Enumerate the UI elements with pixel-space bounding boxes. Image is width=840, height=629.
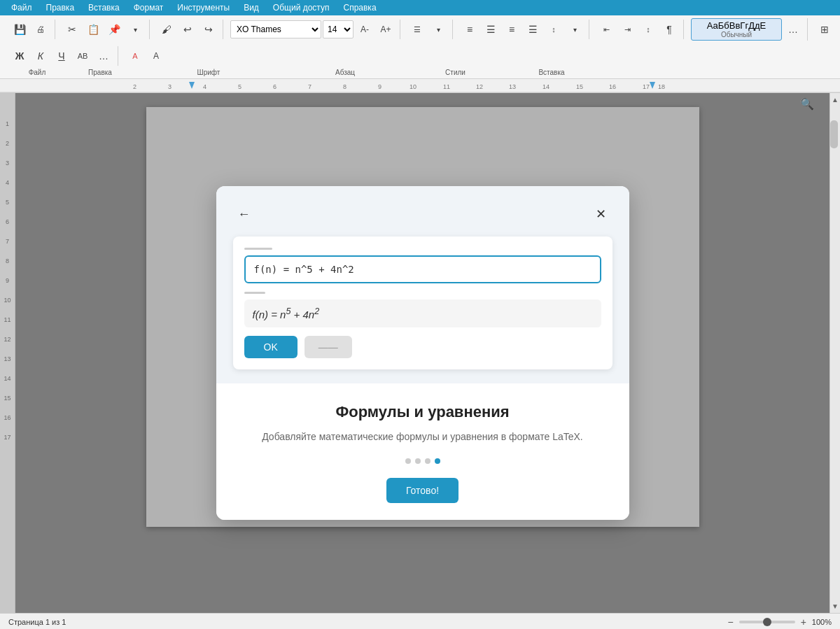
zoom-plus-button[interactable]: +	[801, 616, 806, 628]
page-info: Страница 1 из 1	[8, 618, 66, 626]
font-size-decrease[interactable]: A-	[355, 20, 374, 39]
svg-text:14: 14	[542, 83, 550, 90]
line-spacing-dropdown[interactable]: ▾	[565, 20, 584, 39]
modal-back-button[interactable]: ←	[233, 203, 255, 225]
formula-preview: f(n) = n5 + 4n2	[244, 299, 601, 327]
menu-file[interactable]: Файл	[6, 1, 38, 14]
dot-2	[415, 458, 421, 464]
svg-text:17: 17	[643, 83, 650, 90]
insert-table-button[interactable]: ⊞	[815, 20, 834, 39]
style-sub: Обычный	[699, 31, 774, 38]
align-center-button[interactable]: ☰	[481, 20, 500, 39]
font-color-button[interactable]: A	[125, 46, 145, 66]
print-button[interactable]: 🖨	[31, 20, 50, 39]
indent-decrease-button[interactable]: ⇤	[596, 20, 616, 39]
svg-text:7: 7	[308, 83, 312, 90]
insert-toolbar-group: ⊞ ▾ 🖼 🔗 …	[811, 20, 840, 39]
svg-text:16: 16	[609, 83, 616, 90]
zoom-slider[interactable]	[739, 621, 795, 623]
svg-text:8: 8	[343, 83, 346, 90]
align-left-button[interactable]: ≡	[460, 20, 479, 39]
modal-description: Добавляйте математические формулы и урав…	[244, 430, 601, 444]
line-numbers: 1 2 3 4 5 6 7 8 9 10 11 12 13 14 15 16 1…	[0, 93, 15, 613]
modal-close-button[interactable]: ✕	[590, 203, 612, 225]
line-num-6: 6	[6, 212, 9, 232]
line-num-16: 16	[4, 408, 10, 427]
bullet-list-button[interactable]: ☰	[407, 20, 427, 39]
line-num-3: 3	[6, 153, 9, 173]
insert-table-dropdown[interactable]: ▾	[836, 20, 840, 39]
toolbar-row1: 💾 🖨 ✂ 📋 📌 ▾ 🖌 ↩ ↪ XO Thames 14 A- A+	[0, 15, 840, 43]
section-label-edit: Правка	[69, 69, 132, 76]
indent-increase-button[interactable]: ⇥	[617, 20, 637, 39]
vertical-scrollbar[interactable]: ▲ ▼	[830, 93, 840, 613]
more-styles-button[interactable]: …	[783, 20, 803, 39]
undo-button[interactable]: ↩	[178, 20, 197, 39]
format-painter-button[interactable]: 🖌	[157, 20, 176, 39]
menu-help[interactable]: Справка	[337, 1, 382, 14]
svg-text:9: 9	[378, 83, 382, 90]
scroll-up-button[interactable]: ▲	[832, 93, 839, 106]
format-toolbar-group: 🖌 ↩ ↪	[153, 20, 223, 39]
formula-preview-label-bar	[244, 292, 265, 294]
align-right-button[interactable]: ≡	[502, 20, 522, 39]
font-size-increase[interactable]: A+	[376, 20, 396, 39]
line-num-1: 1	[6, 114, 9, 134]
menu-format[interactable]: Формат	[128, 1, 169, 14]
document-area: 🔍 ← ✕	[15, 93, 830, 613]
menu-share[interactable]: Общий доступ	[267, 1, 335, 14]
copy-button[interactable]: 📋	[83, 20, 103, 39]
zoom-minus-button[interactable]: −	[727, 616, 733, 628]
line-num-9: 9	[6, 271, 9, 290]
style-selector[interactable]: АаБбВвГгДдЕ Обычный	[691, 18, 782, 41]
sort-button[interactable]: ↕	[638, 20, 658, 39]
more-font-button[interactable]: …	[94, 46, 113, 66]
svg-text:11: 11	[443, 83, 450, 90]
paste-button[interactable]: 📌	[104, 20, 124, 39]
color-group: A A	[121, 46, 170, 66]
menu-insert[interactable]: Вставка	[83, 1, 125, 14]
aa-button[interactable]: АВ	[73, 46, 92, 66]
highlight-color-button[interactable]: A	[146, 46, 166, 66]
svg-text:2: 2	[133, 83, 136, 90]
svg-text:13: 13	[509, 83, 516, 90]
math-preview-text: f(n) = n5 + 4n2	[253, 306, 320, 320]
pagination-dots	[244, 458, 601, 464]
styles-toolbar-group: АаБбВвГгДдЕ Обычный …	[687, 18, 808, 41]
cut-button[interactable]: ✂	[62, 20, 82, 39]
modal-dialog: ← ✕ f(n) = n5 + 4n2	[216, 186, 629, 520]
line-spacing-button[interactable]: ↕	[544, 20, 564, 39]
line-num-5: 5	[6, 192, 9, 212]
pilcrow-button[interactable]: ¶	[659, 20, 679, 39]
line-num-7: 7	[6, 232, 9, 251]
scroll-down-button[interactable]: ▼	[832, 600, 839, 613]
font-family-select[interactable]: XO Thames	[230, 20, 321, 38]
line-num-17: 17	[4, 427, 10, 447]
menu-edit[interactable]: Правка	[41, 1, 80, 14]
edit-toolbar-group: ✂ 📋 📌 ▾	[58, 20, 150, 39]
font-size-select[interactable]: 14	[323, 20, 354, 38]
font-format-group: Ж К Ч АВ …	[6, 46, 118, 66]
ready-button[interactable]: Готово!	[386, 478, 458, 503]
list-dropdown[interactable]: ▾	[428, 20, 448, 39]
formula-cancel-button[interactable]: ——	[304, 336, 352, 358]
italic-button[interactable]: К	[31, 46, 50, 66]
menu-tools[interactable]: Инструменты	[172, 1, 235, 14]
statusbar: Страница 1 из 1 − + 100%	[0, 613, 840, 629]
formula-input-field[interactable]	[244, 255, 601, 283]
paste-dropdown[interactable]: ▾	[125, 20, 145, 39]
svg-text:4: 4	[203, 83, 206, 90]
bold-button[interactable]: Ж	[10, 46, 29, 66]
scroll-thumb[interactable]	[830, 120, 838, 148]
formula-ok-button[interactable]: OK	[244, 336, 298, 358]
redo-button[interactable]: ↪	[199, 20, 218, 39]
menu-view[interactable]: Вид	[238, 1, 265, 14]
dot-3	[425, 458, 430, 464]
svg-text:10: 10	[410, 83, 416, 90]
line-num-4: 4	[6, 173, 9, 192]
svg-text:3: 3	[168, 83, 172, 90]
svg-text:18: 18	[658, 83, 665, 90]
save-button[interactable]: 💾	[10, 20, 29, 39]
align-justify-button[interactable]: ☰	[523, 20, 542, 39]
underline-button[interactable]: Ч	[52, 46, 71, 66]
